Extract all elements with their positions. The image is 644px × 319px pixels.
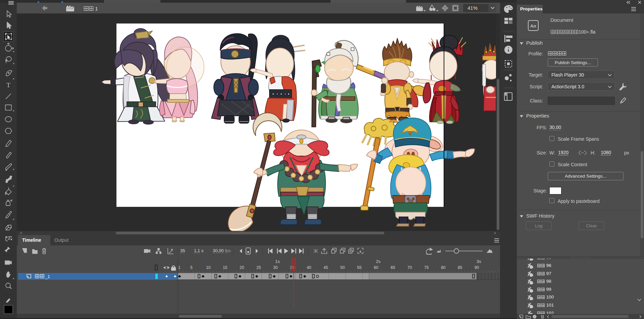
svg-text:75: 75 [424,265,429,270]
svg-text:90: 90 [475,265,479,270]
svg-text:85: 85 [458,265,462,270]
svg-text:10: 10 [206,265,211,270]
svg-text:30: 30 [273,265,278,270]
svg-text:80: 80 [441,265,446,270]
svg-text:5: 5 [190,265,193,270]
svg-text:15: 15 [223,265,228,270]
svg-text:25: 25 [256,265,261,270]
svg-text:2s: 2s [376,259,381,264]
svg-text:1s: 1s [275,259,280,264]
svg-text:70: 70 [407,265,412,270]
svg-text:1,1 s: 1,1 s [194,248,204,253]
svg-text:An: An [530,24,536,29]
svg-text:1: 1 [178,265,181,270]
svg-text:55: 55 [357,265,362,270]
svg-text:60: 60 [374,265,379,270]
svg-text:45: 45 [324,265,328,270]
svg-text:_1: _1 [45,274,50,279]
svg-text:30,00 fps: 30,00 fps [213,248,231,253]
svg-text:50: 50 [340,265,345,270]
svg-text:3s: 3s [477,259,481,264]
svg-text:40: 40 [307,265,311,270]
svg-text:20: 20 [240,265,244,270]
svg-text:41%: 41% [467,5,478,11]
svg-text:65: 65 [391,265,395,270]
svg-text:35: 35 [180,248,185,253]
svg-text:T: T [6,81,10,89]
